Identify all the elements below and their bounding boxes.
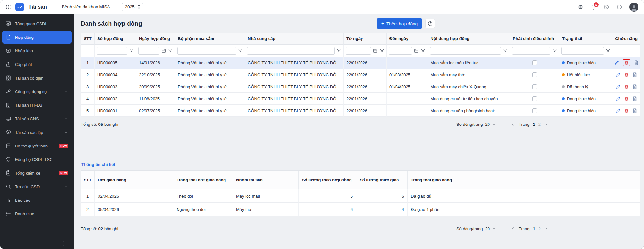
detail-col-batch-status[interactable]: Trạng thái đợt giao hàng — [173, 171, 233, 189]
col-header-department[interactable]: Bộ phận mua sắm — [175, 33, 245, 45]
collapse-sidebar-button[interactable] — [63, 241, 70, 246]
delete-button[interactable] — [624, 108, 629, 113]
col-header-contract-date[interactable]: Ngày hợp đồng — [136, 33, 175, 45]
edit-button[interactable] — [616, 108, 621, 113]
funnel-icon[interactable] — [605, 48, 611, 53]
cell-status: Hết hiệu lực — [567, 72, 610, 77]
detail-col-delivery-status[interactable]: Trạng thái giao hàng — [408, 171, 640, 189]
rows-per-page-select[interactable]: Số dòng/trang 20 — [456, 122, 496, 127]
filter-status-input[interactable] — [561, 47, 604, 55]
tab-thong-tin-chi-tiet[interactable]: Thông tin chi tiết — [81, 162, 115, 167]
filter-adjustment-input[interactable] — [512, 47, 550, 55]
sidebar-item-tra-cuu-csdl[interactable]: Tra cứu CSDL — [2, 180, 72, 193]
page-number-current[interactable]: 1 — [533, 226, 535, 231]
funnel-icon[interactable] — [503, 48, 508, 53]
sidebar-item-bao-cao[interactable]: Báo cáo — [2, 194, 72, 207]
filter-contract-date-input[interactable] — [138, 47, 159, 55]
next-page-button[interactable] — [544, 122, 548, 126]
document-button[interactable] — [632, 72, 637, 77]
filter-supplier-input[interactable] — [247, 47, 335, 55]
organization-name[interactable]: Bệnh viện đa khoa MISA — [62, 5, 110, 9]
sidebar-item-tai-san-cns[interactable]: Tài sản CNS — [2, 112, 72, 125]
delete-button[interactable] — [624, 72, 629, 77]
col-header-stt[interactable]: STT — [81, 33, 95, 45]
more-button[interactable] — [616, 4, 622, 10]
funnel-icon[interactable] — [552, 48, 557, 53]
settings-button[interactable] — [578, 4, 583, 10]
calendar-icon[interactable] — [373, 48, 378, 53]
add-contract-button[interactable]: + Thêm hợp đồng — [377, 18, 422, 29]
col-header-content[interactable]: Nội dung hợp đồng — [428, 33, 510, 45]
filter-department-input[interactable] — [177, 47, 236, 55]
col-header-adjustment[interactable]: Phát sinh điều chỉnh — [510, 33, 559, 45]
funnel-icon[interactable] — [420, 48, 426, 53]
funnel-icon[interactable] — [168, 48, 173, 53]
document-button[interactable] — [632, 96, 637, 101]
cell-from-date: 22/01/2026 — [346, 60, 384, 65]
next-page-button[interactable] — [544, 226, 548, 231]
document-button[interactable] — [632, 84, 637, 89]
page-number-current[interactable]: 1 — [533, 122, 535, 127]
year-select[interactable]: 2025 — [122, 3, 143, 11]
col-header-actions[interactable]: Chức năng — [613, 33, 640, 45]
sidebar-item-tai-san-co-dinh[interactable]: Tài sản cố định — [2, 71, 72, 84]
detail-col-qty-contract[interactable]: Số lượng theo hợp đồng — [299, 171, 356, 189]
document-button[interactable] — [633, 60, 638, 65]
detail-col-delivery-date[interactable]: Đợt giao hàng — [95, 171, 173, 189]
document-button[interactable] — [632, 108, 637, 113]
detail-col-qty-delivered[interactable]: Số lượng thực giao — [356, 171, 408, 189]
filter-cell-actions — [613, 45, 640, 57]
col-header-to-date[interactable]: Đến ngày — [387, 33, 428, 45]
user-avatar[interactable] — [629, 3, 638, 12]
sidebar-item-cap-phat[interactable]: Cấp phát — [2, 58, 72, 71]
adjustment-checkbox[interactable] — [532, 72, 537, 77]
edit-button[interactable] — [616, 72, 621, 77]
col-header-from-date[interactable]: Từ ngày — [344, 33, 387, 45]
detail-col-stt[interactable]: STT — [81, 171, 95, 189]
prev-page-button[interactable] — [511, 122, 515, 126]
sidebar-item-nhap-kho[interactable]: Nhập kho — [2, 44, 72, 57]
help-circle-button[interactable] — [604, 4, 609, 10]
sidebar-item-tai-san-ht-db[interactable]: Tài sản HT-ĐB — [2, 99, 72, 112]
page-number-next[interactable]: 2 — [538, 122, 541, 127]
filter-contract-no-input[interactable] — [97, 47, 127, 55]
delete-button[interactable] — [624, 84, 629, 89]
edit-button[interactable] — [616, 96, 621, 101]
pane-splitter[interactable] — [81, 157, 640, 157]
sidebar-item-ho-tro-quyet-toan[interactable]: Hỗ trợ quyết toán NEW — [2, 139, 72, 152]
adjustment-checkbox[interactable] — [532, 60, 537, 65]
page-help-button[interactable] — [425, 19, 435, 28]
app-grid-icon[interactable] — [6, 4, 11, 10]
page-number-next[interactable]: 2 — [538, 226, 541, 231]
prev-page-button[interactable] — [511, 226, 515, 231]
funnel-icon[interactable] — [336, 48, 341, 53]
col-header-status[interactable]: Trạng thái — [559, 33, 613, 45]
adjustment-checkbox[interactable] — [532, 84, 537, 89]
calendar-icon[interactable] — [161, 48, 166, 53]
col-header-supplier[interactable]: Nhà cung cấp — [245, 33, 344, 45]
sidebar-item-danh-muc[interactable]: Danh mục — [2, 207, 72, 220]
funnel-icon[interactable] — [379, 48, 385, 53]
notifications-button[interactable]: 1 — [591, 4, 596, 10]
sidebar-item-hop-dong[interactable]: Hợp đồng — [2, 31, 72, 44]
filter-from-date-input[interactable] — [346, 47, 371, 55]
col-header-contract-no[interactable]: Số hợp đồng — [95, 33, 136, 45]
adjustment-checkbox[interactable] — [532, 108, 537, 113]
sidebar-item-tong-quan-csdl[interactable]: Tổng quan CSDL — [2, 17, 72, 30]
detail-col-asset-group[interactable]: Nhóm tài sản — [233, 171, 299, 189]
edit-button[interactable] — [615, 60, 620, 65]
edit-button[interactable] — [616, 84, 621, 89]
sidebar-item-cong-cu-dung-cu[interactable]: Công cụ dụng cụ — [2, 85, 72, 98]
delete-button[interactable] — [624, 96, 629, 101]
filter-to-date-input[interactable] — [389, 47, 412, 55]
sidebar-item-dong-bo-csdl-tsc[interactable]: Đồng bộ CSDL TSC — [2, 153, 72, 166]
calendar-icon[interactable] — [414, 48, 419, 53]
funnel-icon[interactable] — [129, 48, 134, 53]
adjustment-checkbox[interactable] — [532, 96, 537, 101]
rows-per-page-select[interactable]: Số dòng/trang 20 — [456, 226, 496, 231]
funnel-icon[interactable] — [238, 48, 243, 53]
delete-button[interactable] — [624, 60, 629, 65]
filter-content-input[interactable] — [430, 47, 501, 55]
sidebar-item-tai-san-xac-lap[interactable]: Tài sản xác lập — [2, 126, 72, 139]
sidebar-item-tong-kiem-ke[interactable]: Tổng kiểm kê NEW — [2, 167, 72, 179]
